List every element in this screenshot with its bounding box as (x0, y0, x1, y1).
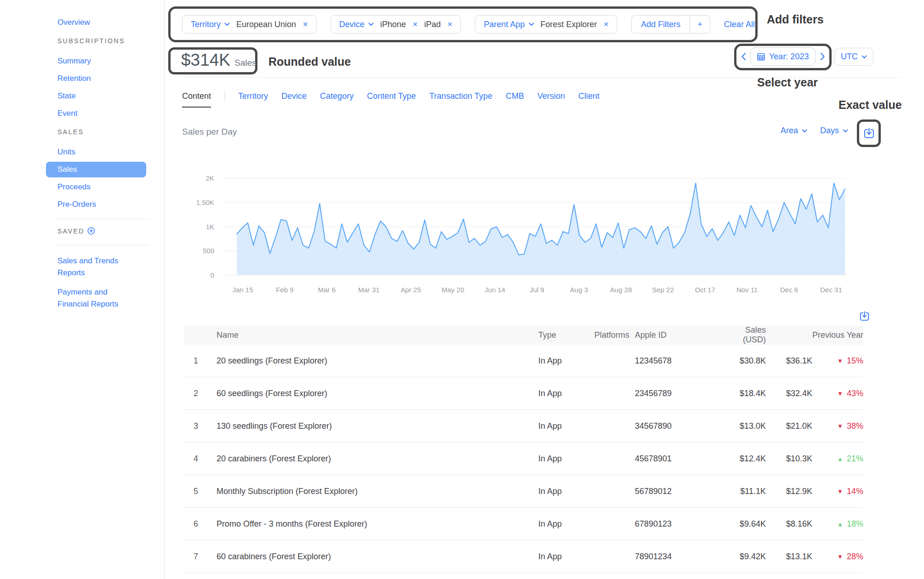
apple-id: 67890123 (635, 519, 722, 529)
tab-device[interactable]: Device (281, 91, 307, 101)
change-percent: ▲18% (812, 519, 863, 529)
chevron-down-icon (368, 23, 374, 26)
tab-content[interactable]: Content (182, 91, 211, 101)
triangle-up-icon: ▲ (837, 521, 843, 528)
chevron-down-icon (843, 129, 848, 133)
column-header-name: Name (217, 330, 538, 340)
table-row: 260 seedlings (Forest Explorer)In App234… (184, 377, 863, 410)
triangle-down-icon: ▼ (837, 390, 843, 397)
tab-divider (224, 91, 225, 101)
y-tick-label: 0 (186, 270, 214, 280)
chart-download-button[interactable] (863, 127, 875, 142)
sales-value: $18.4K (722, 389, 766, 398)
table-download-button[interactable] (859, 311, 870, 324)
x-tick-label: Feb 9 (264, 286, 305, 294)
change-percent: ▼38% (812, 421, 863, 431)
change-percent: ▼43% (812, 389, 863, 398)
tab-content-type[interactable]: Content Type (367, 91, 416, 101)
granularity-dropdown[interactable]: Days (820, 126, 848, 136)
table-body: 120 seedlings (Forest Explorer)In App123… (184, 345, 863, 573)
chevron-right-icon (820, 52, 825, 61)
sales-value: $9.64K (722, 519, 766, 529)
sidebar-item-payments-and-financial-reports[interactable]: Payments and Financial Reports (46, 284, 129, 313)
chart-title: Sales per Day (182, 127, 237, 137)
granularity-label: Days (820, 126, 839, 136)
tab-client[interactable]: Client (578, 91, 599, 101)
x-tick-label: Aug 3 (558, 286, 599, 294)
sidebar-divider (57, 245, 149, 245)
sidebar-item-pre-orders[interactable]: Pre-Orders (46, 197, 146, 212)
chart-type-label: Area (781, 126, 798, 136)
table-header: NameTypePlatformsApple IDSales (USD)Prev… (184, 325, 863, 345)
tab-version[interactable]: Version (537, 91, 565, 101)
sidebar-item-summary[interactable]: Summary (46, 53, 146, 69)
product-type: In App (538, 454, 589, 464)
sidebar-item-units[interactable]: Units (46, 144, 146, 160)
filter-chip-territory: Territory European Union✕ (182, 15, 317, 34)
previous-year-value: $36.1K (766, 356, 812, 366)
product-name: Promo Offer - 3 months (Forest Explorer) (217, 519, 538, 529)
chevron-down-icon (861, 55, 867, 59)
triangle-down-icon: ▼ (837, 488, 843, 495)
tab-cmb[interactable]: CMB (506, 91, 524, 101)
add-filters-chip: Add Filters+ (631, 15, 710, 34)
sidebar-section-subscriptions: SUBSCRIPTIONS (46, 36, 154, 46)
product-type: In App (538, 356, 589, 366)
sidebar-item-proceeds[interactable]: Proceeds (46, 179, 146, 195)
tab-territory[interactable]: Territory (238, 91, 268, 101)
product-type: In App (538, 487, 589, 496)
table-row: 6Promo Offer - 3 months (Forest Explorer… (184, 508, 863, 540)
row-index: 6 (184, 519, 217, 529)
triangle-up-icon: ▲ (837, 455, 843, 462)
previous-year-value: $13.1K (766, 552, 812, 562)
row-index: 7 (184, 552, 217, 562)
sidebar-item-event[interactable]: Event (46, 106, 146, 121)
previous-year-value: $32.4K (766, 389, 812, 398)
filter-value: Forest Explorer (541, 20, 597, 29)
table-row: 420 carabiners (Forest Explorer)In App45… (184, 443, 863, 475)
remove-filter-icon[interactable]: ✕ (604, 21, 609, 28)
filter-dropdown-territory[interactable]: Territory (191, 20, 230, 29)
apple-id: 78901234 (635, 552, 722, 562)
filter-chips: Territory European Union✕Device iPhone✕i… (182, 15, 755, 34)
sales-value: $11.1K (722, 487, 766, 496)
x-tick-label: Dec 31 (810, 286, 852, 294)
previous-year-value: $10.3K (766, 454, 812, 464)
tab-category[interactable]: Category (320, 91, 354, 101)
tabs: ContentTerritoryDeviceCategoryContent Ty… (182, 91, 599, 101)
product-name: 60 carabiners (Forest Explorer) (217, 552, 538, 562)
previous-year-button[interactable] (738, 50, 748, 63)
previous-year-value: $8.16K (766, 519, 812, 529)
timezone-button[interactable]: UTC (834, 48, 873, 66)
apple-id: 34567890 (635, 421, 722, 431)
chart-type-dropdown[interactable]: Area (781, 126, 807, 136)
sidebar-item-overview[interactable]: Overview (46, 15, 146, 30)
y-tick-label: 1.50K (186, 198, 214, 208)
remove-filter-icon[interactable]: ✕ (412, 21, 418, 28)
row-index: 5 (184, 487, 217, 496)
x-tick-label: Sep 22 (642, 286, 684, 294)
add-filter-plus-button[interactable]: + (690, 16, 710, 33)
sidebar-item-retention[interactable]: Retention (46, 71, 146, 86)
y-tick-label: 1K (186, 222, 214, 232)
year-selector-button[interactable]: Year: 2023 (750, 47, 816, 66)
clear-all-button[interactable]: Clear All (724, 20, 755, 29)
change-percent: ▲21% (812, 454, 863, 464)
sidebar-item-sales[interactable]: Sales (46, 162, 146, 177)
add-filters-button[interactable]: Add Filters (632, 16, 690, 33)
product-type: In App (538, 389, 589, 398)
table-row: 3130 seedlings (Forest Explorer)In App34… (184, 410, 863, 443)
sidebar-item-state[interactable]: State (46, 88, 146, 104)
row-index: 2 (184, 389, 217, 398)
filter-dropdown-device[interactable]: Device (339, 20, 374, 29)
add-saved-report-icon[interactable] (87, 227, 95, 238)
filter-value: European Union (236, 20, 296, 29)
sidebar-item-sales-and-trends-reports[interactable]: Sales and Trends Reports (46, 252, 129, 282)
next-year-button[interactable] (817, 50, 827, 63)
sales-table: NameTypePlatformsApple IDSales (USD)Prev… (184, 325, 863, 573)
remove-filter-icon[interactable]: ✕ (302, 21, 308, 28)
filter-dropdown-parent-app[interactable]: Parent App (484, 20, 534, 29)
tab-transaction-type[interactable]: Transaction Type (429, 91, 492, 101)
x-tick-label: Aug 28 (600, 286, 642, 294)
remove-filter-icon[interactable]: ✕ (447, 21, 453, 28)
